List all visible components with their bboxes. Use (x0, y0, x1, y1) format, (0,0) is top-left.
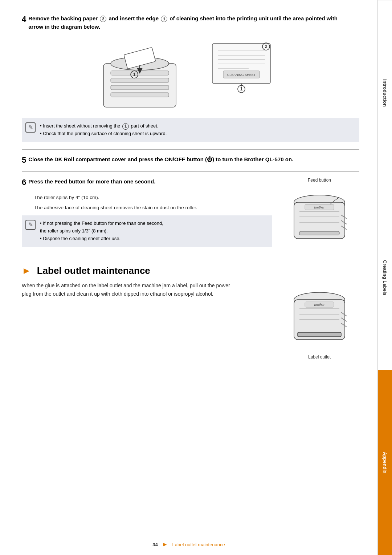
introduction-tab-label: Introduction (382, 79, 388, 107)
label-outlet-body: When the glue is attached on the label o… (22, 281, 240, 299)
step-4-note-line2: • Check that the printing surface of cle… (40, 130, 354, 138)
step-6-note: ✎ • If not pressing the Feed button for … (22, 215, 272, 247)
footer-page-number: 34 (152, 542, 158, 547)
step-6-row: 6 Press the Feed button for more than on… (22, 178, 272, 187)
footer-arrow: ► (162, 541, 168, 548)
sidebar-tab-introduction[interactable]: Introduction (377, 0, 392, 185)
svg-rect-25 (299, 231, 339, 235)
label-outlet-container: When the glue is attached on the label o… (22, 281, 359, 360)
step-6-body2: The adhesive face of cleaning sheet remo… (34, 204, 272, 212)
step-4: 4 Remove the backing paper 2 and insert … (22, 15, 359, 31)
sidebar-tab-appendix[interactable]: Appendix (377, 370, 392, 555)
feed-button-label: Feed button (308, 178, 331, 183)
step-4-note-line1: • Insert the sheet without removing the … (40, 122, 354, 130)
circle-1: 1 (161, 16, 167, 22)
svg-text:1: 1 (133, 72, 136, 77)
label-outlet-text: When the glue is attached on the label o… (22, 281, 272, 306)
label-outlet-image-area: brother Label outlet (279, 281, 359, 360)
step-6-container: 6 Press the Feed button for more than on… (22, 178, 359, 254)
step-6-body1: The roller spins by 4" (10 cm). (34, 194, 272, 202)
step-6-note-icon: ✎ (25, 220, 36, 230)
step-6-heading: Press the Feed button for more than one … (28, 178, 264, 186)
label-outlet-caption: Label outlet (308, 355, 331, 360)
step-4-heading: Remove the backing paper 2 and insert th… (28, 15, 351, 31)
svg-rect-37 (298, 332, 341, 337)
svg-text:2: 2 (265, 44, 268, 49)
printer-label-outlet-svg: brother (283, 281, 356, 352)
step-5-number: 5 (22, 155, 26, 165)
svg-rect-4 (111, 85, 169, 90)
svg-text:CLEANING SHEET: CLEANING SHEET (227, 73, 256, 77)
diagram-svg: 1 CLEANING SHEET 2 (85, 38, 296, 111)
step-6-image-area: Feed button brother (279, 178, 359, 250)
step-5: 5 Close the DK Roll compartment cover an… (22, 155, 359, 165)
svg-text:brother: brother (314, 303, 325, 307)
step-6-note-line1: • If not pressing the Feed button for mo… (40, 220, 266, 227)
page-footer: 34 ► Label outlet maintenance (0, 541, 377, 548)
svg-rect-2 (111, 71, 169, 75)
label-outlet-section-heading: ► Label outlet maintenance (22, 265, 359, 276)
sidebar-tab-creating-labels[interactable]: Creating Labels (377, 185, 392, 370)
section-title: Label outlet maintenance (37, 265, 150, 276)
divider-1 (22, 149, 359, 150)
creating-labels-tab-label: Creating Labels (382, 260, 388, 296)
svg-rect-5 (111, 93, 169, 97)
divider-2 (22, 171, 359, 172)
step-6-number: 6 (22, 178, 26, 187)
step-6-note-line2: the roller spins only 1/3" (8 mm). (40, 227, 266, 235)
svg-text:1: 1 (240, 86, 243, 92)
svg-rect-3 (111, 78, 169, 82)
note-icon: ✎ (25, 122, 36, 133)
svg-text:brother: brother (314, 206, 325, 209)
step-4-number: 4 (22, 15, 26, 24)
circle-2: 2 (100, 16, 106, 22)
right-sidebar: Introduction Creating Labels Appendix (377, 0, 392, 555)
footer-title: Label outlet maintenance (172, 542, 225, 547)
step-5-heading: Close the DK Roll compartment cover and … (28, 155, 351, 164)
cleaning-sheet-diagram: 1 CLEANING SHEET 2 (22, 38, 359, 111)
printer-step6-svg: brother (283, 184, 356, 250)
step-6-text: 6 Press the Feed button for more than on… (22, 178, 272, 254)
step-6-note-line3: • Dispose the cleaning sheet after use. (40, 235, 266, 243)
step-4-note: ✎ • Insert the sheet without removing th… (22, 118, 359, 142)
section-arrow-icon: ► (22, 265, 31, 276)
appendix-tab-label: Appendix (382, 452, 388, 473)
